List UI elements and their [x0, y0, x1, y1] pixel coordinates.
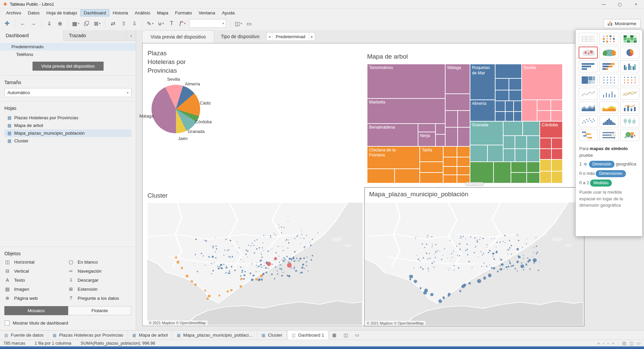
map-mark[interactable] — [523, 269, 524, 271]
map-mark[interactable] — [489, 250, 490, 252]
map-mark[interactable] — [211, 273, 212, 274]
show-mark-labels-button[interactable]: T — [167, 18, 177, 28]
treemap-cell[interactable] — [509, 90, 521, 101]
treemap-cell[interactable] — [505, 112, 514, 121]
map-mark[interactable] — [470, 236, 471, 237]
treemap-cell-nerja[interactable]: Nerja — [418, 132, 435, 146]
map-mark[interactable] — [256, 262, 257, 263]
map-mark[interactable] — [276, 252, 277, 254]
map-mark[interactable] — [260, 267, 261, 268]
showme-tile-filled-map[interactable] — [599, 47, 619, 59]
map-mark[interactable] — [538, 254, 538, 255]
sort-ascending-button[interactable]: ⇧ — [119, 18, 129, 28]
treemap-cell[interactable] — [537, 111, 551, 121]
map-mark[interactable] — [437, 250, 438, 251]
treemap-cell[interactable] — [509, 78, 521, 90]
device-item-predeterminado[interactable]: Predeterminado — [0, 43, 136, 51]
map-mark[interactable] — [281, 275, 283, 277]
showme-tile-treemap[interactable] — [579, 74, 598, 86]
treemap-cell[interactable] — [457, 146, 470, 157]
map-mark[interactable] — [485, 248, 485, 248]
treemap-cell-chiclana-de-la-frontera[interactable]: Chiclana de la Frontera — [367, 146, 420, 169]
treemap-cell[interactable] — [495, 90, 509, 101]
showme-tile-side-by-side-bars[interactable] — [620, 60, 639, 72]
map-mark[interactable] — [261, 267, 262, 268]
map-mark[interactable] — [416, 236, 416, 237]
map-mark[interactable] — [262, 242, 264, 243]
map-mark[interactable] — [501, 263, 504, 266]
treemap-cell[interactable] — [470, 162, 493, 183]
treemap-cell-tarifa[interactable]: Tarifa — [420, 146, 443, 162]
map-mark[interactable] — [467, 244, 468, 245]
map-mark[interactable] — [409, 275, 413, 279]
showme-tile-bullet-graph[interactable] — [599, 129, 619, 141]
map-mark[interactable] — [309, 242, 310, 243]
treemap-cell[interactable] — [458, 111, 470, 127]
map-mark[interactable] — [308, 270, 309, 271]
map-mark[interactable] — [287, 275, 289, 277]
menu-dashboard[interactable]: Dashboard — [80, 9, 109, 16]
map-mark[interactable] — [454, 270, 455, 271]
map-mark[interactable] — [416, 255, 417, 256]
map-mark[interactable] — [219, 266, 221, 268]
map-mark[interactable] — [509, 261, 510, 262]
map-mark[interactable] — [284, 260, 285, 261]
map-mark[interactable] — [443, 296, 445, 299]
map-mark[interactable] — [474, 237, 476, 238]
map-mark[interactable] — [293, 258, 295, 260]
map-mark[interactable] — [511, 245, 512, 246]
treemap-cell[interactable] — [457, 166, 470, 175]
treemap-cell[interactable] — [515, 136, 527, 149]
collapse-pane-icon[interactable]: ‹ — [126, 30, 136, 41]
map-mark[interactable] — [230, 257, 231, 258]
map-mark[interactable] — [509, 262, 511, 264]
map-mark[interactable] — [293, 268, 295, 270]
duplicate-sheet-button[interactable] — [81, 18, 92, 28]
map-mark[interactable] — [450, 260, 451, 261]
map-mark[interactable] — [216, 249, 218, 250]
map-mark[interactable] — [252, 243, 253, 244]
map-mark[interactable] — [226, 266, 227, 267]
next-device-icon[interactable]: ▸ — [309, 32, 315, 41]
map-mark[interactable] — [248, 245, 249, 246]
showme-tile-side-by-side-circles[interactable] — [620, 74, 639, 86]
treemap-cell[interactable] — [551, 159, 563, 171]
map-mark[interactable] — [524, 267, 525, 267]
map-mark[interactable] — [312, 239, 313, 240]
treemap-cell[interactable] — [551, 100, 563, 111]
map-mark[interactable] — [274, 278, 276, 279]
map-mark[interactable] — [454, 265, 455, 266]
map-mark[interactable] — [227, 290, 229, 292]
map-mark[interactable] — [265, 267, 267, 269]
map-mark[interactable] — [509, 240, 510, 241]
object-extension[interactable]: ⊞Extensión — [68, 286, 132, 292]
object-vertical[interactable]: ⊟Vertical — [4, 268, 68, 274]
map-mark[interactable] — [279, 262, 280, 263]
map-mark[interactable] — [258, 266, 259, 267]
map-mark[interactable] — [297, 235, 298, 236]
treemap-cell[interactable] — [443, 175, 457, 183]
showme-tile-discrete-lines[interactable] — [599, 88, 619, 100]
sort-descending-button[interactable]: ⇩ — [129, 18, 139, 28]
next-sheet-icon[interactable]: › — [607, 341, 609, 346]
map-mark[interactable] — [244, 274, 246, 276]
map-mark[interactable] — [518, 240, 519, 241]
treemap-cell[interactable] — [514, 112, 521, 121]
menu-ventana[interactable]: Ventana — [195, 9, 219, 16]
map-mark[interactable] — [306, 265, 307, 267]
treemap-cell-malaga[interactable]: Málaga — [445, 64, 470, 94]
tab-fuente-de-datos[interactable]: ▤Fuente de datos — [0, 331, 48, 340]
map-mark[interactable] — [254, 253, 255, 254]
map-mark[interactable] — [415, 238, 416, 239]
pane-tab-trazado[interactable]: Trazado — [63, 30, 127, 41]
map-mark[interactable] — [283, 272, 284, 273]
treemap-cell-roquetas-de-mar[interactable]: Roquetas de Mar — [470, 64, 495, 100]
map-mark[interactable] — [478, 257, 479, 257]
map-mark[interactable] — [503, 241, 504, 242]
tab-mapa-de-arbol[interactable]: ▦Mapa de arbol — [128, 331, 173, 340]
map-mark[interactable] — [275, 267, 277, 268]
map-mark[interactable] — [301, 238, 301, 238]
map-mark[interactable] — [451, 253, 452, 254]
clear-formatting-button[interactable]: ƒ×▾ — [177, 18, 187, 28]
map-mark[interactable] — [267, 262, 271, 266]
